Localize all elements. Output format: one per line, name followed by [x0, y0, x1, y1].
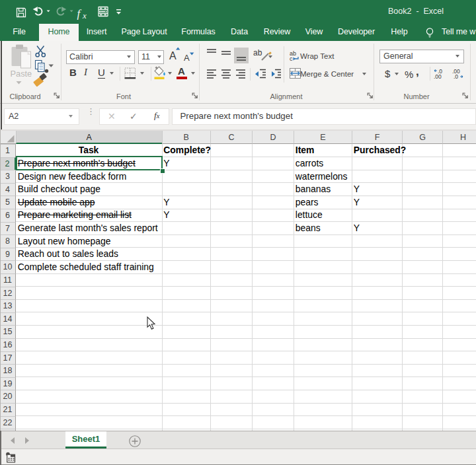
svg-text:f: f [77, 7, 82, 20]
svg-text:c: c [290, 55, 293, 61]
svg-text:.00: .00 [434, 73, 442, 80]
svg-text:.0: .0 [454, 73, 458, 80]
svg-text:x: x [82, 11, 87, 20]
svg-text:ab: ab [253, 48, 262, 57]
svg-text:Paste: Paste [11, 69, 32, 79]
